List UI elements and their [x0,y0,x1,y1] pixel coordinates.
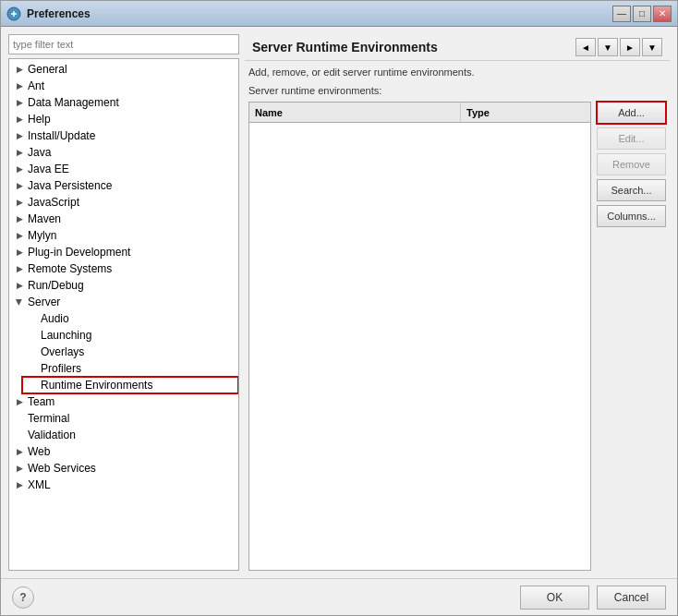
tree-arrow-install-update: ▶ [13,129,26,142]
tree-label-remote-systems: Remote Systems [26,262,112,275]
tree-arrow-data-management: ▶ [13,96,26,109]
tree-label-help: Help [26,113,51,126]
bottom-bar: ? OK Cancel [1,578,677,615]
tree-item-server-profilers[interactable]: Profilers [22,360,238,377]
tree-item-plugin-development[interactable]: ▶Plug-in Development [9,244,238,260]
tree-item-maven[interactable]: ▶Maven [9,211,238,227]
tree-item-server-launching[interactable]: Launching [22,327,238,344]
tree-item-general[interactable]: ▶General [9,61,238,78]
tree-arrow-java-persistence: ▶ [13,179,26,192]
tree-arrow-mylyn: ▶ [13,229,26,242]
minimize-button[interactable]: — [612,6,631,22]
tree-arrow-xml: ▶ [13,478,26,491]
tree-item-server-overlays[interactable]: Overlays [22,344,238,360]
col-type-header: Type [461,103,590,122]
tree-label-server-audio: Audio [39,312,69,325]
tree-label-web: Web [26,445,50,458]
maximize-button[interactable]: □ [633,6,651,22]
tree-item-java[interactable]: ▶Java [9,144,238,161]
tree-label-server-overlays: Overlays [39,345,84,358]
tree-item-install-update[interactable]: ▶Install/Update [9,127,238,144]
tree-label-install-update: Install/Update [26,129,95,142]
tree-arrow-server-launching [26,329,39,342]
right-panel: Server Runtime Environments ◄ ▼ ► ▼ Add,… [245,34,670,571]
back-button[interactable]: ◄ [575,38,596,56]
tree-item-java-persistence[interactable]: ▶Java Persistence [9,177,238,194]
tree-item-server-audio[interactable]: Audio [22,310,238,327]
tree-arrow-server-audio [26,312,39,325]
forward-button[interactable]: ► [620,38,640,56]
tree-item-xml[interactable]: ▶XML [9,477,238,493]
tree-label-maven: Maven [26,212,61,225]
tree-item-javascript[interactable]: ▶JavaScript [9,194,238,211]
page-title: Server Runtime Environments [252,40,438,54]
tree-label-web-services: Web Services [26,462,96,475]
tree-item-terminal[interactable]: Terminal [9,410,238,427]
search-button[interactable]: Search... [597,179,666,201]
right-header: Server Runtime Environments ◄ ▼ ► ▼ [245,34,670,61]
preferences-window: Preferences — □ ✕ ▶General▶Ant▶Data Mana… [0,0,678,616]
tree-arrow-validation [13,429,26,441]
ok-button[interactable]: OK [520,586,589,610]
columns-button[interactable]: Columns... [597,205,666,227]
tree-arrow-remote-systems: ▶ [13,262,26,275]
tree-item-team[interactable]: ▶Team [9,393,238,410]
window-title: Preferences [27,7,612,20]
tree-label-javascript: JavaScript [26,196,79,209]
tree-label-server-launching: Launching [39,329,91,342]
tree-label-team: Team [26,395,54,408]
environments-label: Server runtime environments: [248,83,666,98]
tree-arrow-plugin-development: ▶ [13,246,26,259]
tree-arrow-server-runtime-envs [26,379,39,392]
tree-item-data-management[interactable]: ▶Data Management [9,94,238,111]
tree-item-validation[interactable]: Validation [9,427,238,443]
tree-label-ant: Ant [26,79,44,92]
tree-arrow-maven: ▶ [13,212,26,225]
tree-arrow-web: ▶ [13,445,26,458]
tree-item-help[interactable]: ▶Help [9,111,238,127]
table-header: Name Type [249,103,590,123]
tree-item-web[interactable]: ▶Web [9,443,238,460]
tree-label-general: General [26,63,67,76]
forward-dropdown-button[interactable]: ▼ [642,38,662,56]
tree-arrow-general: ▶ [13,63,26,76]
filter-input[interactable] [8,34,239,54]
tree-item-server[interactable]: ▶Server [9,294,238,310]
tree-label-data-management: Data Management [26,96,119,109]
left-panel: ▶General▶Ant▶Data Management▶Help▶Instal… [8,34,239,571]
tree-arrow-server: ▶ [13,296,26,308]
cancel-button[interactable]: Cancel [597,586,666,610]
tree-arrow-web-services: ▶ [13,462,26,475]
tree-arrow-java: ▶ [13,146,26,159]
tree-label-server-runtime-envs: Runtime Environments [39,379,152,392]
tree-item-mylyn[interactable]: ▶Mylyn [9,227,238,244]
content-area: ▶General▶Ant▶Data Management▶Help▶Instal… [1,27,677,578]
tree-item-java-ee[interactable]: ▶Java EE [9,161,238,177]
tree-item-ant[interactable]: ▶Ant [9,78,238,94]
edit-button[interactable]: Edit... [597,127,666,150]
tree-item-run-debug[interactable]: ▶Run/Debug [9,277,238,294]
remove-button[interactable]: Remove [597,153,666,175]
help-button[interactable]: ? [12,586,34,609]
close-button[interactable]: ✕ [653,6,672,22]
tree-item-remote-systems[interactable]: ▶Remote Systems [9,260,238,277]
title-bar: Preferences — □ ✕ [1,1,677,27]
table-body[interactable] [249,123,590,570]
add-button[interactable]: Add... [597,102,666,124]
bottom-left: ? [12,586,513,609]
tree-item-server-runtime-envs[interactable]: Runtime Environments [22,377,238,393]
tree-view: ▶General▶Ant▶Data Management▶Help▶Instal… [8,58,239,571]
back-dropdown-button[interactable]: ▼ [598,38,618,56]
tree-arrow-run-debug: ▶ [13,279,26,292]
tree-label-java-ee: Java EE [26,163,69,175]
tree-label-server: Server [26,296,60,308]
tree-arrow-java-ee: ▶ [13,163,26,175]
right-body: Add, remove, or edit server runtime envi… [245,65,670,571]
tree-label-mylyn: Mylyn [26,229,56,242]
env-table: Name Type [248,102,591,571]
tree-label-server-profilers: Profilers [39,362,81,375]
tree-label-validation: Validation [26,429,76,441]
tree-arrow-help: ▶ [13,113,26,126]
tree-label-run-debug: Run/Debug [26,279,84,292]
tree-item-web-services[interactable]: ▶Web Services [9,460,238,477]
